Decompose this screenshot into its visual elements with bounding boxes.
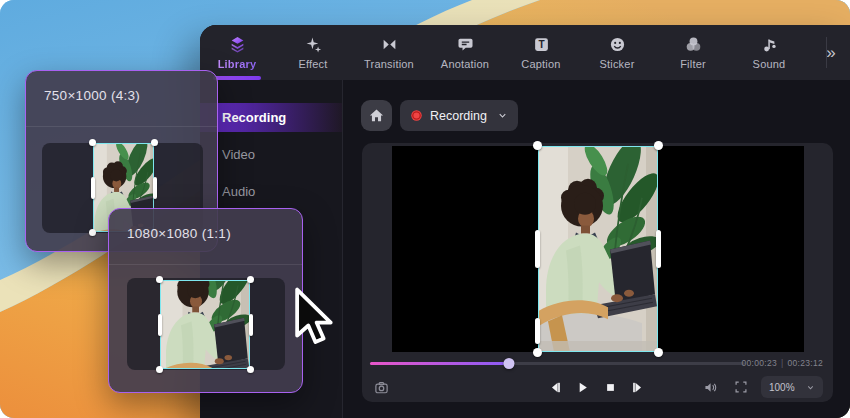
previous-frame-button[interactable]	[544, 376, 566, 398]
view-controls: 100%	[699, 376, 823, 398]
stop-button[interactable]	[600, 376, 622, 398]
tab-label: Caption	[521, 58, 560, 70]
selection-handle	[247, 276, 254, 283]
toolbar-divider	[826, 37, 827, 68]
tab-label: Anotation	[441, 58, 489, 70]
sidebar-item-label: Audio	[222, 184, 255, 199]
video-clip[interactable]	[538, 146, 658, 352]
tab-label: Sound	[753, 58, 786, 70]
player-panel: 00:00:23|00:23:12	[362, 143, 833, 402]
home-button[interactable]	[361, 100, 392, 131]
source-selector-label: Recording	[430, 109, 497, 123]
selection-handle[interactable]	[533, 141, 542, 150]
zoom-level-dropdown[interactable]: 100%	[761, 376, 823, 398]
transport-controls	[544, 376, 650, 398]
toolbar-more-button[interactable]: »	[818, 25, 844, 80]
sidebar-item-label: Video	[222, 147, 255, 162]
time-display: 00:00:23|00:23:12	[741, 358, 823, 368]
tab-filter[interactable]: Filter	[664, 25, 722, 80]
seek-bar-progress	[370, 362, 509, 365]
caption-icon: T	[533, 36, 550, 53]
tab-anotation[interactable]: Anotation	[436, 25, 494, 80]
selection-handle	[91, 177, 95, 199]
seek-bar-thumb[interactable]	[503, 358, 514, 369]
stop-icon	[603, 380, 618, 395]
top-toolbar: Library Effect Transition	[200, 25, 850, 80]
screenshot-canvas: Library Effect Transition	[0, 0, 850, 418]
selection-handle[interactable]	[535, 230, 540, 268]
selection-handle[interactable]	[654, 141, 663, 150]
tab-label: Library	[218, 58, 257, 70]
tab-label: Sticker	[599, 58, 634, 70]
volume-button[interactable]	[699, 376, 721, 398]
fullscreen-button[interactable]	[730, 376, 752, 398]
tab-library[interactable]: Library	[208, 25, 266, 80]
selection-handle	[156, 276, 163, 283]
speaker-icon	[703, 380, 718, 395]
zoom-level-value: 100%	[769, 382, 795, 393]
size-tooltip-title: 750×1000 (4:3)	[44, 88, 140, 103]
clip-selection-border	[538, 146, 658, 352]
anotation-icon	[457, 36, 474, 53]
selection-handle	[89, 139, 96, 146]
chevron-down-icon	[806, 383, 815, 392]
source-selector-dropdown[interactable]: Recording	[400, 100, 518, 131]
time-separator: |	[781, 358, 784, 368]
sticker-icon	[609, 36, 626, 53]
selection-handle	[153, 177, 157, 199]
size-tooltip-1080x1080: 1080×1080 (1:1)	[108, 208, 303, 393]
tooltip-divider	[109, 264, 302, 265]
preview-area: Recording	[343, 80, 850, 418]
selection-handle	[247, 366, 254, 373]
timeline-row: 00:00:23|00:23:12	[370, 356, 823, 370]
mouse-cursor	[287, 286, 345, 352]
sidebar-item-video[interactable]: Video	[200, 140, 342, 169]
tab-sound[interactable]: Sound	[740, 25, 798, 80]
selection-handle	[249, 314, 253, 336]
selection-handle[interactable]	[656, 230, 661, 268]
current-time: 00:00:23	[741, 358, 777, 368]
filter-icon	[685, 36, 702, 53]
step-backward-icon	[547, 380, 562, 395]
tab-label: Transition	[364, 58, 414, 70]
clip-thumbnail	[160, 280, 250, 369]
effect-icon	[305, 36, 322, 53]
step-forward-icon	[631, 380, 646, 395]
camera-icon	[374, 380, 389, 395]
selection-handle	[156, 366, 163, 373]
play-icon	[575, 380, 590, 395]
fullscreen-icon	[734, 380, 748, 394]
home-icon	[368, 107, 385, 124]
sidebar-item-recording[interactable]: Recording	[200, 103, 342, 132]
tab-sticker[interactable]: Sticker	[588, 25, 646, 80]
seek-bar[interactable]	[370, 362, 745, 365]
total-time: 00:23:12	[788, 358, 824, 368]
tab-transition[interactable]: Transition	[360, 25, 418, 80]
selection-handle	[89, 229, 96, 236]
tab-label: Effect	[298, 58, 327, 70]
selection-handle	[158, 314, 162, 336]
record-dot-icon	[410, 109, 423, 122]
svg-text:T: T	[538, 39, 545, 50]
sound-icon	[761, 36, 778, 53]
tab-caption[interactable]: T Caption	[512, 25, 570, 80]
tab-label: Filter	[680, 58, 706, 70]
chevron-down-icon	[497, 110, 508, 121]
tooltip-divider	[26, 126, 217, 127]
library-icon	[229, 36, 246, 53]
chevron-double-right-icon: »	[826, 43, 835, 63]
selection-handle[interactable]	[535, 318, 540, 344]
size-tooltip-title: 1080×1080 (1:1)	[127, 226, 231, 241]
sidebar-item-label: Recording	[222, 110, 286, 125]
clip-selection-border	[160, 280, 250, 369]
player-controls: 100%	[370, 375, 823, 399]
selection-handle	[151, 139, 158, 146]
transition-icon	[381, 36, 398, 53]
tab-effect[interactable]: Effect	[284, 25, 342, 80]
next-frame-button[interactable]	[628, 376, 650, 398]
video-canvas	[392, 146, 804, 352]
play-button[interactable]	[572, 376, 594, 398]
snapshot-button[interactable]	[370, 376, 392, 398]
active-tab-indicator	[213, 76, 261, 80]
sidebar-item-audio[interactable]: Audio	[200, 177, 342, 206]
